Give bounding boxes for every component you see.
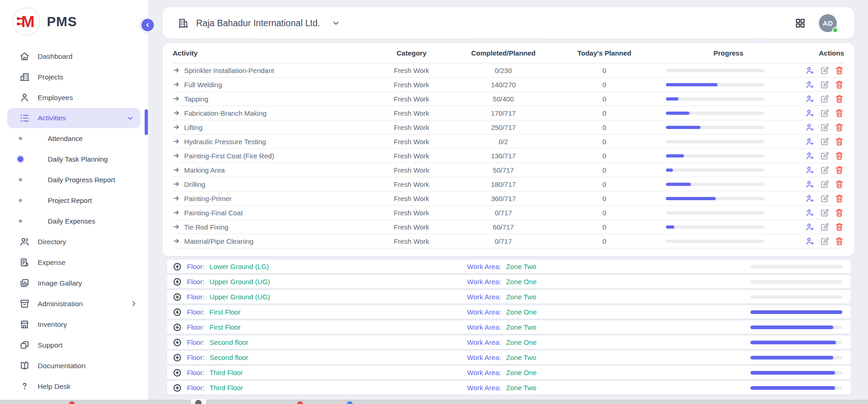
delete-button[interactable] bbox=[834, 236, 844, 246]
activity-cell[interactable]: Sprinkler Installation-Pendant bbox=[173, 67, 366, 74]
sidebar-scrollbar-thumb[interactable] bbox=[145, 109, 148, 135]
sidebar-subitem-daily-task-planning[interactable]: Daily Task Planning bbox=[0, 149, 148, 169]
delete-button[interactable] bbox=[834, 123, 844, 132]
category-cell: Fresh Work bbox=[366, 237, 457, 245]
taskbar-app-icon[interactable] bbox=[69, 401, 75, 404]
expand-floor-button[interactable] bbox=[173, 338, 182, 347]
expand-floor-button[interactable] bbox=[173, 262, 182, 271]
activity-cell[interactable]: Tapping bbox=[173, 95, 366, 103]
edit-button[interactable] bbox=[820, 94, 829, 104]
sidebar-subitem-project-report[interactable]: Project Report bbox=[0, 190, 148, 211]
progress-cell bbox=[659, 140, 797, 143]
activity-cell[interactable]: Drilling bbox=[173, 180, 366, 188]
assign-user-button[interactable] bbox=[805, 80, 815, 90]
edit-button[interactable] bbox=[820, 108, 829, 118]
sidebar-item-image-gallary[interactable]: Image Gallary bbox=[0, 273, 148, 293]
sidebar-item-expense[interactable]: Expense bbox=[0, 252, 148, 273]
edit-button[interactable] bbox=[820, 66, 829, 75]
sidebar-item-help-desk[interactable]: Help Desk bbox=[0, 376, 148, 397]
sidebar-item-employees[interactable]: Employees bbox=[0, 87, 148, 108]
assign-user-button[interactable] bbox=[805, 66, 815, 75]
activity-cell[interactable]: Tie Rod Fixing bbox=[173, 223, 366, 231]
activity-cell[interactable]: Fabrication-Branch Making bbox=[173, 109, 366, 117]
plus-circle-icon bbox=[173, 262, 182, 271]
expand-floor-button[interactable] bbox=[173, 353, 182, 362]
edit-button[interactable] bbox=[820, 208, 829, 218]
edit-button[interactable] bbox=[820, 80, 829, 90]
company-name: Raja Bahadur International Ltd. bbox=[196, 18, 320, 28]
delete-button[interactable] bbox=[834, 94, 844, 104]
edit-icon bbox=[820, 66, 829, 75]
edit-button[interactable] bbox=[820, 137, 829, 146]
activity-cell[interactable]: Lifting bbox=[173, 123, 366, 131]
taskbar-app-icon[interactable] bbox=[191, 399, 206, 404]
delete-button[interactable] bbox=[834, 137, 844, 146]
activity-cell[interactable]: Material/Pipe Cleaning bbox=[173, 237, 366, 245]
actions-cell bbox=[797, 180, 844, 189]
expand-floor-button[interactable] bbox=[173, 368, 182, 377]
sidebar-item-administration[interactable]: Administration bbox=[0, 293, 148, 314]
expand-floor-button[interactable] bbox=[173, 277, 182, 286]
assign-user-button[interactable] bbox=[805, 208, 815, 218]
assign-user-button[interactable] bbox=[805, 137, 815, 146]
sidebar-item-documentation[interactable]: Documentation bbox=[0, 355, 148, 376]
delete-button[interactable] bbox=[834, 80, 844, 90]
company-selector[interactable]: Raja Bahadur International Ltd. bbox=[177, 17, 340, 29]
activity-cell[interactable]: Painting-Primer bbox=[173, 195, 366, 202]
expand-floor-button[interactable] bbox=[173, 383, 182, 393]
sidebar-item-directory[interactable]: Directory bbox=[0, 231, 148, 252]
apps-grid-button[interactable] bbox=[795, 17, 806, 29]
assign-user-button[interactable] bbox=[805, 222, 815, 232]
assign-user-button[interactable] bbox=[805, 236, 815, 246]
edit-button[interactable] bbox=[820, 222, 829, 232]
progress-bar-fill bbox=[666, 183, 691, 186]
edit-button[interactable] bbox=[820, 236, 829, 246]
assign-user-button[interactable] bbox=[805, 165, 815, 175]
sidebar-item-support[interactable]: Support bbox=[0, 335, 148, 355]
user-menu-button[interactable]: AD bbox=[819, 14, 837, 32]
sidebar-subitem-daily-expenses[interactable]: Daily Expenses bbox=[0, 211, 148, 231]
sidebar-item-dashboard[interactable]: Dashboard bbox=[0, 46, 148, 67]
assign-user-button[interactable] bbox=[805, 123, 815, 132]
delete-button[interactable] bbox=[834, 151, 844, 161]
delete-button[interactable] bbox=[834, 208, 844, 218]
column-header-actions: Actions bbox=[797, 49, 844, 57]
edit-icon bbox=[820, 165, 829, 175]
assign-user-button[interactable] bbox=[805, 151, 815, 161]
assign-user-button[interactable] bbox=[805, 108, 815, 118]
taskbar-app-icon[interactable] bbox=[297, 401, 303, 404]
edit-button[interactable] bbox=[820, 123, 829, 132]
edit-button[interactable] bbox=[820, 165, 829, 175]
assign-user-button[interactable] bbox=[805, 194, 815, 203]
sidebar-subitem-label: Daily Task Planning bbox=[48, 155, 108, 163]
expand-floor-button[interactable] bbox=[173, 323, 182, 332]
sidebar-item-activities[interactable]: Activities bbox=[7, 108, 141, 128]
delete-button[interactable] bbox=[834, 66, 844, 75]
bullet-dot-icon bbox=[17, 156, 23, 162]
activity-cell[interactable]: Hydraulic Pressure Testing bbox=[173, 138, 366, 146]
sidebar-item-projects[interactable]: Projects bbox=[0, 67, 148, 87]
assign-user-button[interactable] bbox=[805, 94, 815, 104]
edit-button[interactable] bbox=[820, 194, 829, 203]
sidebar-subitem-attendance[interactable]: Attendance bbox=[0, 128, 148, 149]
delete-button[interactable] bbox=[834, 108, 844, 118]
activity-cell[interactable]: Painting-First Coat (Fire Red) bbox=[173, 152, 366, 160]
completed-planned-cell: 60/717 bbox=[457, 223, 549, 231]
delete-button[interactable] bbox=[834, 180, 844, 189]
sidebar-collapse-button[interactable] bbox=[141, 19, 154, 31]
taskbar-app-icon[interactable] bbox=[347, 401, 353, 404]
activity-cell[interactable]: Marking Area bbox=[173, 166, 366, 174]
edit-button[interactable] bbox=[820, 180, 829, 189]
expand-floor-button[interactable] bbox=[173, 292, 182, 302]
delete-button[interactable] bbox=[834, 165, 844, 175]
activity-cell[interactable]: Painting-Final Coat bbox=[173, 209, 366, 217]
expand-floor-button[interactable] bbox=[173, 308, 182, 317]
sidebar-item-inventory[interactable]: Inventory bbox=[0, 314, 148, 335]
assign-user-button[interactable] bbox=[805, 180, 815, 189]
progress-cell bbox=[659, 83, 797, 86]
delete-button[interactable] bbox=[834, 194, 844, 203]
edit-button[interactable] bbox=[820, 151, 829, 161]
activity-cell[interactable]: Full Welding bbox=[173, 81, 366, 89]
delete-button[interactable] bbox=[834, 222, 844, 232]
sidebar-subitem-daily-progress-report[interactable]: Daily Progress Report bbox=[0, 169, 148, 190]
